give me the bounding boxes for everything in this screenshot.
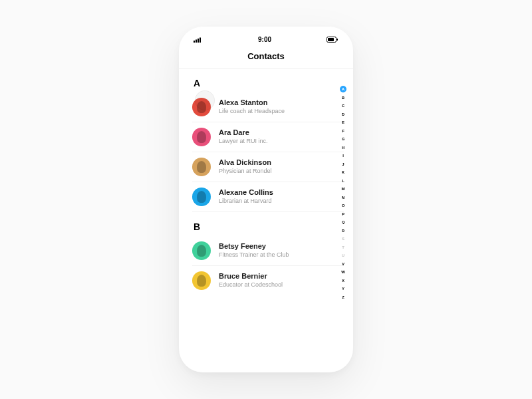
contact-name: Betsy Feeney bbox=[219, 242, 289, 251]
avatar bbox=[192, 271, 211, 290]
page-title: Contacts bbox=[179, 47, 353, 68]
section-header-a: A bbox=[192, 68, 353, 92]
index-letter-b[interactable]: B bbox=[340, 94, 346, 101]
contact-name: Alexane Collins bbox=[219, 188, 273, 197]
index-letter-g[interactable]: G bbox=[340, 136, 346, 142]
index-letter-f[interactable]: F bbox=[340, 128, 346, 134]
contacts-list[interactable]: A Alexa Stanton Life coach at Headspace … bbox=[179, 68, 353, 361]
contact-row[interactable]: Alva Dickinson Physician at Rondel bbox=[192, 152, 344, 182]
index-letter-n[interactable]: N bbox=[340, 194, 346, 201]
contact-sub: Physician at Rondel bbox=[219, 168, 272, 176]
index-letter-c[interactable]: C bbox=[340, 102, 346, 109]
avatar bbox=[192, 158, 211, 176]
contact-row[interactable]: Alexa Stanton Life coach at Headspace bbox=[192, 92, 344, 122]
contact-row[interactable]: Ara Dare Lawyer at RUI inc. bbox=[192, 122, 344, 152]
svg-rect-2 bbox=[198, 39, 199, 43]
index-letter-r[interactable]: R bbox=[340, 227, 346, 234]
svg-rect-5 bbox=[328, 38, 334, 41]
contact-name: Alexa Stanton bbox=[219, 98, 285, 107]
avatar bbox=[192, 128, 211, 146]
signal-icon bbox=[194, 37, 203, 43]
index-letter-a[interactable]: A bbox=[340, 86, 346, 92]
contact-name: Ara Dare bbox=[219, 128, 268, 137]
index-letter-x[interactable]: X bbox=[340, 277, 346, 284]
index-letter-y[interactable]: Y bbox=[340, 285, 346, 292]
avatar bbox=[192, 188, 211, 206]
index-letter-m[interactable]: M bbox=[340, 186, 346, 192]
status-time: 9:00 bbox=[258, 36, 271, 43]
index-letter-u[interactable]: U bbox=[340, 252, 346, 259]
index-letter-d[interactable]: D bbox=[340, 111, 346, 118]
contact-sub: Educator at Codeschool bbox=[219, 281, 283, 289]
index-letter-h[interactable]: H bbox=[340, 144, 346, 151]
index-letter-p[interactable]: P bbox=[340, 211, 346, 217]
svg-rect-6 bbox=[336, 39, 338, 41]
contact-sub: Librarian at Harvard bbox=[219, 198, 273, 205]
index-letter-o[interactable]: O bbox=[340, 202, 346, 209]
alpha-index-rail[interactable]: ABCDEFGHIJKLMNOPQRSTUVWXYZ bbox=[340, 86, 346, 301]
index-letter-q[interactable]: Q bbox=[340, 219, 346, 225]
section-header-b: B bbox=[192, 212, 353, 236]
contact-row[interactable]: Alexane Collins Librarian at Harvard bbox=[192, 182, 344, 212]
index-letter-t[interactable]: T bbox=[340, 244, 346, 251]
status-bar: 9:00 bbox=[179, 35, 353, 47]
svg-rect-3 bbox=[200, 38, 201, 43]
index-letter-i[interactable]: I bbox=[340, 152, 346, 159]
battery-icon bbox=[327, 37, 338, 43]
svg-rect-1 bbox=[196, 40, 197, 43]
index-letter-v[interactable]: V bbox=[340, 261, 346, 267]
contact-sub: Lawyer at RUI inc. bbox=[219, 138, 268, 146]
contact-name: Bruce Bernier bbox=[219, 272, 283, 281]
index-letter-k[interactable]: K bbox=[340, 169, 346, 176]
contact-sub: Fitness Trainer at the Club bbox=[219, 251, 289, 259]
svg-rect-0 bbox=[194, 41, 195, 43]
contact-row[interactable]: Betsy Feeney Fitness Trainer at the Club bbox=[192, 236, 344, 266]
index-letter-j[interactable]: J bbox=[340, 161, 346, 168]
index-letter-z[interactable]: Z bbox=[340, 294, 346, 301]
index-letter-e[interactable]: E bbox=[340, 119, 346, 126]
contact-name: Alva Dickinson bbox=[219, 158, 272, 167]
index-letter-s[interactable]: S bbox=[340, 235, 346, 242]
index-letter-l[interactable]: L bbox=[340, 178, 346, 184]
phone-frame: 9:00 Contacts A Alexa Stanton Life coach… bbox=[179, 27, 353, 372]
contact-row[interactable]: Bruce Bernier Educator at Codeschool bbox=[192, 266, 344, 295]
avatar bbox=[192, 98, 211, 116]
avatar bbox=[192, 241, 211, 260]
contact-sub: Life coach at Headspace bbox=[219, 108, 285, 116]
index-letter-w[interactable]: W bbox=[340, 269, 346, 275]
